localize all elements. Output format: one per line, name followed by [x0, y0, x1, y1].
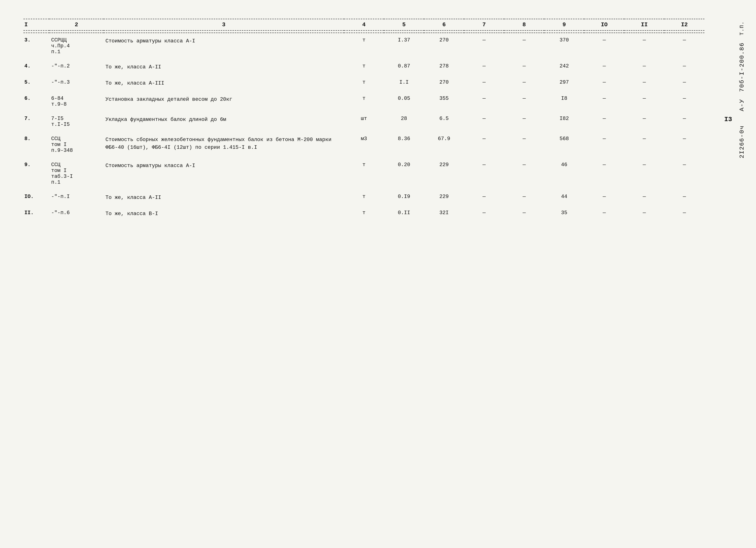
cell-4-6: — — [464, 112, 504, 132]
cell-2-9: — — [584, 75, 624, 91]
cell-3-4: 0.05 — [384, 91, 424, 112]
cell-0-7: — — [504, 33, 544, 59]
cell-2-8: 297 — [544, 75, 584, 91]
col-header-8: 8 — [504, 19, 544, 30]
cell-2-11: — — [664, 75, 704, 91]
cell-6-6: — — [464, 158, 504, 190]
cell-3-10: — — [624, 91, 664, 112]
cell-7-1: -"-п.I — [49, 190, 104, 206]
cell-7-6: — — [464, 190, 504, 206]
col-header-5: 5 — [384, 19, 424, 30]
cell-1-10: — — [624, 59, 664, 75]
cell-4-10: — — [624, 112, 664, 132]
cell-1-8: 242 — [544, 59, 584, 75]
cell-3-6: — — [464, 91, 504, 112]
sidebar-top-label: Т.П. — [739, 21, 745, 35]
cell-8-7: — — [504, 206, 544, 222]
cell-5-11: — — [664, 132, 704, 158]
table-header-row: I 2 3 4 5 6 7 8 9 IO II I2 — [23, 19, 704, 30]
cell-7-10: — — [624, 190, 664, 206]
table-row: 3.ССРЦЦч.Пр.4п.1Стоимость арматуры класс… — [23, 33, 704, 59]
cell-0-3: т — [344, 33, 384, 59]
cell-0-2: Стоимость арматуры класса А-I — [104, 33, 344, 59]
cell-4-9: — — [584, 112, 624, 132]
cell-2-5: 270 — [424, 75, 464, 91]
cell-5-2: Стоимость сборных железобетонных фундаме… — [104, 132, 344, 158]
cell-8-0: II. — [23, 206, 49, 222]
cell-7-5: 229 — [424, 190, 464, 206]
cell-4-2: Укладка фундаментных балок длиной до 6м — [104, 112, 344, 132]
cell-3-5: 355 — [424, 91, 464, 112]
col-header-9: 9 — [544, 19, 584, 30]
cell-6-8: 46 — [544, 158, 584, 190]
cell-1-3: т — [344, 59, 384, 75]
cell-3-7: — — [504, 91, 544, 112]
cell-8-6: — — [464, 206, 504, 222]
cell-6-4: 0.20 — [384, 158, 424, 190]
table-row: 5.-"-п.3То же, класса А-IIIтI.I270——297—… — [23, 75, 704, 91]
cell-7-4: 0.I9 — [384, 190, 424, 206]
cell-1-1: -"-п.2 — [49, 59, 104, 75]
col-header-10: IO — [584, 19, 624, 30]
cell-8-1: -"-п.6 — [49, 206, 104, 222]
cell-1-6: — — [464, 59, 504, 75]
cell-3-3: т — [344, 91, 384, 112]
col-header-7: 7 — [464, 19, 504, 30]
cell-0-5: 270 — [424, 33, 464, 59]
cell-8-2: То же, класса В-I — [104, 206, 344, 222]
cell-4-3: шт — [344, 112, 384, 132]
table-row: 7.7-I5т.I-I5Укладка фундаментных балок д… — [23, 112, 704, 132]
cell-6-9: — — [584, 158, 624, 190]
col-header-1: I — [23, 19, 49, 30]
table-row: 6.6-84т.9-8Установка закладных деталей в… — [23, 91, 704, 112]
cell-5-7: — — [504, 132, 544, 158]
cell-0-6: — — [464, 33, 504, 59]
col-header-6: 6 — [424, 19, 464, 30]
cell-6-2: Стоимость арматуры класса А-I — [104, 158, 344, 190]
cell-5-10: — — [624, 132, 664, 158]
table-row: II.-"-п.6То же, класса В-Iт0.II32I——35——… — [23, 206, 704, 222]
cell-1-5: 278 — [424, 59, 464, 75]
cell-2-10: — — [624, 75, 664, 91]
cell-2-0: 5. — [23, 75, 49, 91]
cell-7-9: — — [584, 190, 624, 206]
table-row: 4.-"-п.2То же, класса А-IIт0.87278——242—… — [23, 59, 704, 75]
cell-8-11: — — [664, 206, 704, 222]
cell-0-11: — — [664, 33, 704, 59]
cell-0-10: — — [624, 33, 664, 59]
sidebar-section-label: А-У — [738, 99, 745, 111]
cell-6-0: 9. — [23, 158, 49, 190]
col-header-2: 2 — [49, 19, 104, 30]
cell-3-8: I8 — [544, 91, 584, 112]
sidebar-mid-label: 70б-I-200.86 — [738, 42, 745, 92]
cell-5-9: — — [584, 132, 624, 158]
cell-4-8: I82 — [544, 112, 584, 132]
col-header-4: 4 — [344, 19, 384, 30]
cell-5-4: 8.36 — [384, 132, 424, 158]
cell-4-1: 7-I5т.I-I5 — [49, 112, 104, 132]
cell-8-8: 35 — [544, 206, 584, 222]
col-header-11: II — [624, 19, 664, 30]
cell-0-8: 370 — [544, 33, 584, 59]
cell-0-0: 3. — [23, 33, 49, 59]
cell-7-2: То же, класса А-II — [104, 190, 344, 206]
cell-8-4: 0.II — [384, 206, 424, 222]
cell-3-11: — — [664, 91, 704, 112]
col-header-12: I2 — [664, 19, 704, 30]
margin-label-13: I3 — [724, 116, 732, 123]
cell-8-3: т — [344, 206, 384, 222]
right-sidebar: Т.П. 70б-I-200.86 А-У 2I266-0ч — [733, 19, 751, 529]
table-row: 8.ССЦтом Iп.9-348Стоимость сборных желез… — [23, 132, 704, 158]
cell-6-3: т — [344, 158, 384, 190]
cell-7-3: т — [344, 190, 384, 206]
dashed-separator — [23, 30, 704, 33]
cell-7-0: IO. — [23, 190, 49, 206]
cell-5-1: ССЦтом Iп.9-348 — [49, 132, 104, 158]
cell-8-10: — — [624, 206, 664, 222]
cell-1-2: То же, класса А-II — [104, 59, 344, 75]
cell-1-0: 4. — [23, 59, 49, 75]
cell-2-3: т — [344, 75, 384, 91]
main-table: I 2 3 4 5 6 7 8 9 IO II I2 3.ССРЦЦч.Пр.4… — [23, 19, 704, 222]
cell-7-7: — — [504, 190, 544, 206]
cell-3-2: Установка закладных деталей весом до 20к… — [104, 91, 344, 112]
